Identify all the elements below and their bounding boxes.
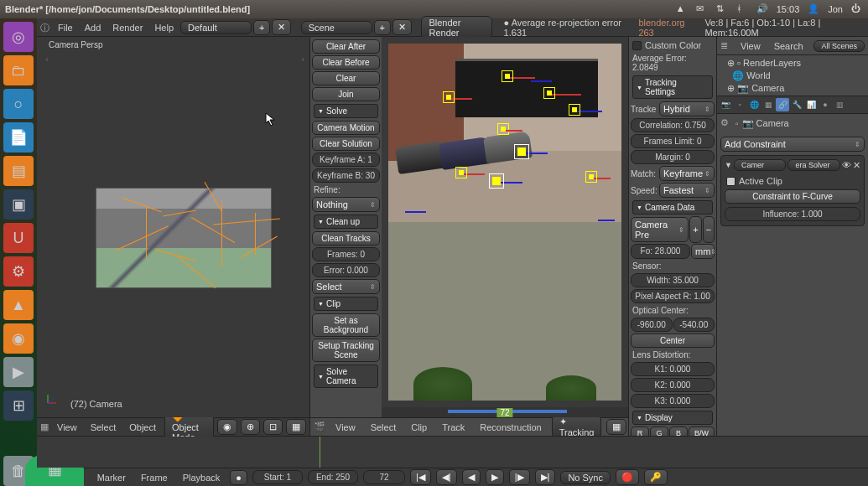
jump-end-button[interactable]: ▶|	[535, 469, 556, 485]
chromium-icon[interactable]: ○	[3, 89, 34, 119]
center-button[interactable]: Center	[631, 333, 715, 348]
scene-selector[interactable]: Scene	[301, 21, 372, 34]
editor-type-icon[interactable]: 🎬	[314, 421, 325, 433]
engine-selector[interactable]: Blender Render	[421, 16, 492, 39]
focal-length-field[interactable]: Fo: 28.000	[631, 244, 690, 259]
outliner-tree[interactable]: ⊕ ▫ RenderLayers 🌐 World ⊕ 📷 Camera	[717, 55, 868, 96]
writer-icon[interactable]: 📄	[3, 122, 34, 153]
eye-icon[interactable]: 👁	[842, 160, 851, 170]
vp-menu-select[interactable]: Select	[86, 421, 122, 434]
margin-field[interactable]: Margin: 0	[631, 150, 715, 164]
power-icon[interactable]: ⏻	[851, 3, 863, 15]
start-frame-field[interactable]: Start: 1	[252, 470, 303, 484]
network-icon[interactable]: ⇅	[716, 3, 728, 15]
focal-unit-select[interactable]: mm	[691, 244, 715, 259]
tab-world-icon[interactable]: 🌐	[747, 98, 761, 111]
editor-type-icon[interactable]: ⓘ	[40, 22, 51, 34]
track-marker[interactable]	[489, 173, 504, 189]
k2-field[interactable]: K2: 0.000	[631, 378, 715, 392]
join-button[interactable]: Join	[312, 87, 380, 101]
clear-solution-button[interactable]: Clear Solution	[312, 137, 380, 151]
jump-start-button[interactable]: |◀	[410, 469, 431, 485]
timeline-menu-frame[interactable]: Frame	[136, 471, 173, 484]
clip-menu-clip[interactable]: Clip	[406, 421, 432, 434]
preset-add-button[interactable]: +	[689, 216, 701, 243]
correlation-field[interactable]: Correlation: 0.750	[631, 118, 715, 132]
vp-menu-object[interactable]: Object	[124, 421, 161, 434]
impress-icon[interactable]: ▤	[3, 156, 34, 186]
clip-menu-reconstruction[interactable]: Reconstruction	[475, 421, 546, 434]
error-field[interactable]: Error: 0.000	[312, 263, 380, 277]
outliner-item[interactable]: ⊕ ▫ RenderLayers	[719, 57, 866, 70]
menu-add[interactable]: Add	[80, 21, 107, 34]
action-select[interactable]: Select	[312, 279, 380, 294]
outliner-menu-search[interactable]: Search	[769, 39, 808, 53]
track-marker[interactable]	[497, 123, 509, 135]
menu-file[interactable]: File	[53, 21, 78, 34]
constraint-to-fcurve-button[interactable]: Constraint to F-Curve	[725, 189, 860, 204]
clip-section-header[interactable]: Clip	[314, 297, 378, 311]
track-marker[interactable]	[502, 70, 513, 82]
constraint-name-field[interactable]: Camer	[734, 159, 787, 171]
tab-render-icon[interactable]: 📷	[719, 98, 732, 111]
blender-icon[interactable]: ◉	[3, 323, 34, 354]
outliner-item[interactable]: 🌐 World	[719, 70, 866, 82]
auto-keyframe-button[interactable]: ●	[230, 470, 247, 485]
sensor-width-field[interactable]: Width: 35.000	[631, 273, 715, 287]
speed-select[interactable]: Fastest	[659, 183, 715, 198]
snap-button[interactable]: ⊡	[263, 419, 283, 435]
clip-menu-select[interactable]: Select	[366, 421, 402, 434]
clear-after-button[interactable]: Clear After	[312, 39, 380, 54]
refine-select[interactable]: Nothing	[312, 197, 380, 212]
camera-motion-button[interactable]: Camera Motion	[312, 121, 380, 135]
tab-constraints-icon[interactable]: 🔗	[776, 98, 789, 111]
tab-data-icon[interactable]: 📊	[804, 98, 818, 111]
movie-canvas[interactable]	[388, 44, 621, 401]
keyframe-b-field[interactable]: Keyframe B: 30	[312, 168, 380, 183]
keyframe-prev-button[interactable]: ◀|	[436, 469, 457, 485]
splash-link[interactable]: blender.org 263	[638, 18, 698, 38]
vlc-tray-icon[interactable]: ▲	[676, 3, 688, 15]
custom-color-checkbox[interactable]: Custom Color	[632, 40, 713, 50]
constraint-type-field[interactable]: era Solver	[787, 159, 840, 171]
layout-remove-button[interactable]: ✕	[272, 19, 291, 35]
playhead[interactable]	[320, 437, 320, 468]
frames-field[interactable]: Frames: 0	[312, 247, 380, 261]
influence-slider[interactable]: Influence: 1.000	[725, 207, 860, 221]
channel-r-button[interactable]: R	[631, 427, 649, 436]
clear-before-button[interactable]: Clear Before	[312, 55, 380, 70]
record-button[interactable]: 🔴	[616, 469, 639, 485]
k1-field[interactable]: K1: 0.000	[631, 362, 715, 376]
pixel-aspect-field[interactable]: Pixel Aspect R: 1.00	[631, 289, 715, 303]
tab-texture-icon[interactable]: ▥	[833, 98, 846, 111]
layout-selector[interactable]: Default	[180, 21, 252, 34]
settings-icon[interactable]: ⚙	[3, 256, 34, 287]
workspace-icon[interactable]: ⊞	[3, 390, 34, 421]
tracking-settings-header[interactable]: Tracking Settings	[632, 75, 713, 99]
camera-data-header[interactable]: Camera Data	[632, 200, 713, 215]
preset-remove-button[interactable]: −	[703, 216, 715, 243]
active-clip-checkbox[interactable]: ✓Active Clip	[726, 176, 859, 186]
volume-icon[interactable]: 🔊	[756, 3, 768, 15]
timeline-menu-playback[interactable]: Playback	[178, 471, 226, 484]
keying-set-button[interactable]: 🔑	[644, 469, 668, 485]
track-marker[interactable]	[514, 144, 529, 159]
scene-add-button[interactable]: +	[374, 20, 391, 35]
editor-type-icon[interactable]: ⚙	[720, 117, 732, 129]
vp-menu-view[interactable]: View	[52, 421, 82, 434]
play-button[interactable]: ▶	[486, 469, 504, 485]
collapse-icon[interactable]: ‹	[45, 54, 49, 64]
app-icon[interactable]: ▶	[3, 357, 34, 387]
close-icon[interactable]: ✕	[853, 160, 860, 171]
username[interactable]: Jon	[828, 4, 843, 14]
outliner-menu-view[interactable]: View	[735, 39, 766, 53]
pivot-button[interactable]: ⊕	[241, 419, 260, 435]
keyframe-next-button[interactable]: |▶	[509, 469, 530, 485]
setup-tracking-scene-button[interactable]: Setup Tracking Scene	[312, 339, 380, 362]
clip-menu-view[interactable]: View	[330, 421, 361, 434]
editor-type-icon[interactable]: ≣	[720, 40, 732, 52]
collapse-icon[interactable]: ▼	[725, 161, 732, 169]
clip-display-button[interactable]: ▦	[606, 419, 626, 435]
display-header[interactable]: Display	[632, 411, 713, 425]
tracker-select[interactable]: Hybrid	[659, 101, 715, 116]
